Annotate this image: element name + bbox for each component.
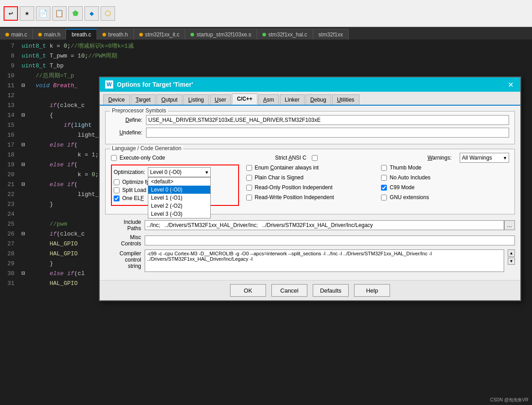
dialog-close-button[interactable]: ✕ — [506, 80, 515, 89]
compiler-label: Compilercontrolstring — [105, 250, 141, 269]
dialog-tab-utilities[interactable]: Utilities — [332, 94, 359, 105]
strict-ansi-checkbox[interactable] — [312, 155, 318, 161]
dialog-tab-linker[interactable]: Linker — [280, 94, 305, 105]
read-write-row: Read-Write Position Independent — [246, 194, 374, 200]
tab-dot — [139, 33, 143, 36]
execute-only-row: Execute-only Code Strict ANSI C Warnings… — [111, 153, 509, 163]
tool-btn-7[interactable]: ⬡ — [101, 6, 115, 21]
tab-startup[interactable]: startup_stm32f103xe.s — [185, 29, 257, 40]
opt-level1[interactable]: Level 1 (-O1) — [148, 194, 210, 202]
split-load-checkbox[interactable] — [114, 187, 120, 193]
tool-btn-6[interactable]: ◆ — [84, 6, 99, 21]
opt-row: Optimization: <default> Level 0 (-O0) Le… — [114, 167, 236, 177]
enum-container-row: Enum Container always int — [246, 165, 374, 171]
preprocessor-section: Preprocessor Symbols Define: Undefine: — [105, 111, 515, 144]
warnings-select[interactable]: No Warnings All Warnings MISRA C 2004 — [460, 153, 509, 163]
undefine-input[interactable] — [146, 128, 509, 138]
gnu-row: GNU extensions — [381, 194, 509, 200]
read-write-checkbox[interactable] — [246, 195, 252, 200]
tool-btn-5[interactable]: ⬟ — [68, 6, 83, 21]
c99-label: C99 Mode — [390, 184, 414, 191]
tool-btn-2[interactable]: ✶ — [20, 6, 34, 21]
gnu-checkbox[interactable] — [381, 195, 387, 200]
tab-main-c[interactable]: main.c — [0, 29, 33, 40]
tab-label: breath.c — [71, 31, 91, 38]
opt-level2[interactable]: Level 2 (-O2) — [148, 202, 210, 210]
opt-default[interactable]: <default> — [148, 178, 210, 186]
dialog-tabs: Device Target Output Listing User C/C++ … — [100, 92, 520, 106]
toolbar: ↩ ✶ 📄 📋 ⬟ ◆ ⬡ — [0, 0, 532, 27]
dialog-tab-device[interactable]: Device — [103, 94, 130, 105]
include-paths-label: IncludePaths — [105, 219, 141, 231]
tab-dot — [191, 33, 194, 36]
one-elf-checkbox[interactable] — [114, 196, 120, 201]
defaults-button[interactable]: Defaults — [313, 284, 349, 297]
tabs-bar: main.c main.h breath.c breath.h stm32f1x… — [0, 27, 532, 40]
dialog-tab-target[interactable]: Target — [131, 94, 155, 105]
scroll-down-button[interactable]: ▼ — [508, 258, 515, 265]
opt-level3[interactable]: Level 3 (-O3) — [148, 210, 210, 218]
thumb-mode-checkbox[interactable] — [381, 165, 387, 171]
dialog-tab-output[interactable]: Output — [156, 94, 182, 105]
tab-label: breath.h — [108, 31, 128, 38]
opt-select-wrapper: <default> Level 0 (-O0) Level 1 (-O1) Le… — [148, 167, 211, 177]
thumb-mode-label: Thumb Mode — [390, 165, 421, 171]
cancel-button[interactable]: Cancel — [271, 284, 307, 297]
define-input[interactable] — [146, 115, 509, 125]
define-row: Define: — [111, 115, 509, 125]
browse-button[interactable]: … — [504, 220, 515, 230]
dialog-tab-listing[interactable]: Listing — [183, 94, 209, 105]
dialog-body: Preprocessor Symbols Define: Undefine: L… — [100, 106, 520, 280]
dialog-tab-asm[interactable]: Asm — [258, 94, 279, 105]
tab-hal-c[interactable]: stm32f1xx_hal.c — [257, 29, 313, 40]
tab-dot — [262, 33, 266, 36]
execute-only-checkbox[interactable] — [111, 155, 117, 161]
tab-breath-c[interactable]: breath.c — [66, 29, 97, 40]
dialog-title-text: Options for Target 'Timer' — [117, 81, 193, 88]
execute-only-label: Execute-only Code — [120, 155, 165, 161]
undo-button[interactable]: ↩ — [4, 6, 18, 21]
tab-stm32xx[interactable]: stm32f1xx — [313, 29, 349, 40]
optimization-label: Optimization: — [114, 169, 145, 175]
dialog-titlebar: W Options for Target 'Timer' ✕ — [100, 77, 520, 92]
tab-label: startup_stm32f103xe.s — [196, 31, 251, 38]
misc-controls-input[interactable] — [145, 236, 515, 245]
include-paths-row: IncludePaths … — [105, 219, 515, 231]
tab-label: main.h — [44, 31, 60, 38]
tab-breath-h[interactable]: breath.h — [97, 29, 134, 40]
scroll-up-button[interactable]: ▲ — [508, 249, 515, 257]
tab-dot — [5, 33, 9, 36]
read-only-checkbox[interactable] — [246, 185, 252, 191]
tool-btn-3[interactable]: 📄 — [36, 6, 50, 21]
tab-label: main.c — [11, 31, 27, 38]
enum-container-checkbox[interactable] — [246, 165, 252, 171]
tab-stm32-it[interactable]: stm32f1xx_it.c — [134, 29, 186, 40]
tab-main-h[interactable]: main.h — [33, 29, 66, 40]
compiler-textarea[interactable]: -c99 -c -cpu Cortex-M3 -D__MICROLIB -g -… — [145, 249, 504, 272]
ok-button[interactable]: OK — [230, 284, 266, 297]
thumb-mode-row: Thumb Mode — [381, 165, 509, 171]
compiler-area: Compilercontrolstring -c99 -c -cpu Corte… — [105, 249, 515, 272]
enum-container-label: Enum Container always int — [255, 165, 319, 171]
dialog-tab-user[interactable]: User — [210, 94, 231, 105]
help-button[interactable]: Help — [354, 284, 390, 297]
language-label: Language / Code Generation — [110, 145, 183, 151]
compiler-scroll: ▲ ▼ — [508, 249, 515, 265]
include-paths-input[interactable] — [145, 220, 504, 230]
opt-level0[interactable]: Level 0 (-O0) — [148, 186, 210, 194]
preprocessor-label: Preprocessor Symbols — [110, 107, 168, 114]
red-outline-box: Optimization: <default> Level 0 (-O0) Le… — [111, 165, 239, 206]
tool-btn-4[interactable]: 📋 — [52, 6, 66, 21]
c99-checkbox[interactable] — [381, 185, 387, 191]
optimization-dropdown-menu[interactable]: <default> Level 0 (-O0) Level 1 (-O1) Le… — [148, 177, 211, 218]
plain-char-checkbox[interactable] — [246, 175, 252, 181]
define-label: Define: — [111, 117, 142, 123]
read-write-label: Read-Write Position Independent — [255, 194, 334, 200]
no-auto-checkbox[interactable] — [381, 175, 387, 181]
misc-controls-row: MiscControls — [105, 234, 515, 247]
dialog-tab-cpp[interactable]: C/C++ — [232, 93, 257, 105]
optimization-select[interactable]: <default> Level 0 (-O0) Level 1 (-O1) Le… — [148, 167, 211, 177]
dialog-tab-debug[interactable]: Debug — [306, 94, 331, 105]
optimize-time-checkbox[interactable] — [114, 179, 120, 185]
language-section: Language / Code Generation Execute-only … — [105, 149, 515, 214]
